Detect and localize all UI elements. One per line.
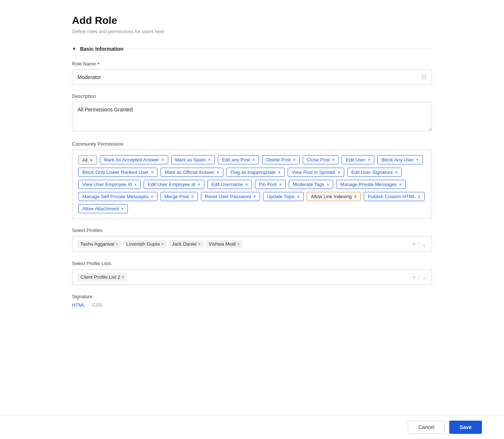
permission-tag: Edit User Signature × — [347, 168, 402, 177]
remove-permission-icon[interactable]: × — [395, 170, 398, 175]
permission-tag-label: Block Only Lower Ranked User — [82, 169, 149, 175]
permission-tag-label: Merge Post — [165, 194, 189, 199]
permission-tag: Reset User Password × — [201, 192, 260, 201]
remove-permission-icon[interactable]: × — [151, 170, 154, 175]
remove-profile-icon[interactable]: × — [116, 242, 118, 247]
remove-permission-icon[interactable]: × — [338, 170, 341, 175]
remove-permission-icon[interactable]: × — [293, 157, 296, 162]
profile-tag: Lovenish Gupta× — [123, 240, 167, 248]
remove-profile-icon[interactable]: × — [198, 242, 201, 247]
section-divider — [127, 49, 432, 49]
permissions-box: All +Mark As Accepted Answer ×Mark as Sp… — [72, 150, 432, 219]
remove-permission-icon[interactable]: × — [252, 157, 255, 162]
list-icon: ☷ — [421, 74, 426, 81]
permission-tag-label: Manage Private Messages — [340, 182, 397, 187]
remove-permission-icon[interactable]: × — [297, 194, 300, 199]
all-permissions-tag[interactable]: All + — [78, 155, 97, 165]
divider2 — [419, 274, 419, 280]
permission-tag-label: Manage Self Private Messages — [82, 194, 148, 199]
remove-permission-icon[interactable]: × — [253, 194, 256, 199]
permission-tag-label: Edit any Post — [222, 157, 250, 163]
role-name-input-wrapper: ☷ — [72, 69, 432, 85]
permission-tag: Allow Attachment × — [78, 204, 128, 213]
remove-profile-icon[interactable]: × — [237, 242, 240, 247]
tab-html[interactable]: HTML — [72, 302, 85, 308]
remove-permission-icon[interactable]: × — [151, 194, 154, 199]
profile-tag-name: Tashu Aggarwal — [80, 241, 114, 247]
clear-profiles-icon[interactable]: × — [413, 241, 416, 247]
permission-tag-label: Edit Username — [211, 182, 243, 187]
remove-permission-icon[interactable]: × — [245, 182, 248, 187]
remove-permission-icon[interactable]: × — [368, 157, 371, 162]
tab-css[interactable]: CSS — [92, 302, 102, 308]
remove-permission-icon[interactable]: × — [332, 157, 335, 162]
remove-permission-icon[interactable]: × — [278, 170, 281, 175]
dropdown-profiles-icon[interactable]: ⌄ — [422, 241, 426, 247]
permission-tag: Edit any Post × — [218, 155, 259, 164]
remove-permission-icon[interactable]: × — [208, 157, 211, 162]
permission-tag: View User Employee Id × — [78, 180, 141, 189]
permission-tag-label: Pin Post — [259, 182, 277, 187]
remove-permission-icon[interactable]: × — [191, 194, 194, 199]
profile-list-tag: Client Profile List 2× — [78, 273, 127, 281]
dropdown-lists-icon[interactable]: ⌄ — [422, 274, 426, 280]
collapse-icon[interactable]: ▼ — [72, 46, 76, 51]
clear-lists-icon[interactable]: × — [413, 274, 416, 280]
remove-permission-icon[interactable]: × — [418, 194, 421, 199]
permission-tag: Edit User × — [342, 155, 374, 164]
select-profiles-box[interactable]: Tashu Aggarwal×Lovenish Gupta×Jack Danie… — [72, 236, 432, 252]
select-lists-controls[interactable]: × ⌄ — [413, 274, 426, 280]
tab-separator: · — [88, 302, 89, 308]
profile-tag-name: Lovenish Gupta — [126, 241, 160, 247]
community-permissions-group: Community Permissions All +Mark As Accep… — [72, 141, 432, 219]
remove-permission-icon[interactable]: × — [217, 170, 220, 175]
permission-tag: Update Topic × — [263, 192, 304, 201]
select-profile-lists-box[interactable]: Client Profile List 2× × ⌄ — [72, 269, 432, 285]
remove-profile-icon[interactable]: × — [161, 242, 164, 247]
signature-group: Signature HTML · CSS — [72, 294, 432, 308]
add-permission-plus[interactable]: + — [416, 157, 419, 162]
permission-tag-label: Reset User Password — [205, 194, 251, 199]
permission-tag: Edit User Employee Id × — [144, 180, 204, 189]
permission-tag-label: Mark As Accepted Answer — [104, 157, 159, 163]
profile-tag-name: Vishwa Modi — [209, 241, 235, 247]
permission-tag-label: Moderate Tags — [293, 182, 324, 187]
description-textarea[interactable]: All Permissions Granted — [72, 102, 432, 131]
permission-tag: Close Post × — [303, 155, 339, 164]
remove-permission-icon[interactable]: × — [161, 157, 164, 162]
permission-tag: Manage Private Messages × — [336, 180, 406, 189]
profile-tag: Vishwa Modi× — [206, 240, 242, 248]
profile-tag-name: Jack Daniel — [172, 241, 197, 247]
all-tag-label: All — [82, 157, 87, 163]
remove-permission-icon[interactable]: × — [354, 194, 357, 199]
remove-permission-icon[interactable]: × — [279, 182, 282, 187]
permission-tag-label: View User Employee Id — [82, 182, 132, 187]
role-name-input[interactable] — [78, 74, 421, 80]
remove-permission-icon[interactable]: × — [399, 182, 402, 187]
permission-tag-label: Publish Custom HTML — [368, 194, 415, 199]
remove-permission-icon[interactable]: × — [121, 206, 124, 211]
profile-list-tag-name: Client Profile List 2 — [80, 274, 120, 280]
add-permission-icon[interactable]: + — [90, 157, 93, 163]
required-indicator: • — [97, 61, 100, 67]
profiles-tags: Tashu Aggarwal×Lovenish Gupta×Jack Danie… — [78, 240, 413, 248]
remove-permission-icon[interactable]: × — [327, 182, 330, 187]
permission-tag: Publish Custom HTML × — [364, 192, 425, 201]
select-profiles-controls[interactable]: × ⌄ — [413, 241, 426, 247]
permission-tag-label: Mark as Official Answer — [165, 169, 215, 175]
select-profile-lists-group: Select Profile Lists Client Profile List… — [72, 261, 432, 285]
permission-tag: Moderate Tags × — [289, 180, 333, 189]
select-profile-lists-label: Select Profile Lists — [72, 261, 432, 266]
remove-permission-icon[interactable]: × — [134, 182, 137, 187]
permission-tag-label: Delete Post — [266, 157, 291, 163]
profile-tag: Tashu Aggarwal× — [78, 240, 121, 248]
remove-profile-list-icon[interactable]: × — [122, 275, 124, 280]
permission-tag: Manage Self Private Messages × — [78, 192, 158, 201]
role-name-group: Role Name • ☷ — [72, 61, 432, 85]
permission-tag-label: Edit User Signature — [351, 169, 393, 175]
permission-tag-label: Edit User — [346, 157, 365, 163]
permission-tag: Delete Post × — [262, 155, 300, 164]
permission-tag: View Post in Sprinklr × — [288, 168, 345, 177]
permission-tag: Flag as Inappropriate × — [226, 168, 284, 177]
remove-permission-icon[interactable]: × — [198, 182, 201, 187]
